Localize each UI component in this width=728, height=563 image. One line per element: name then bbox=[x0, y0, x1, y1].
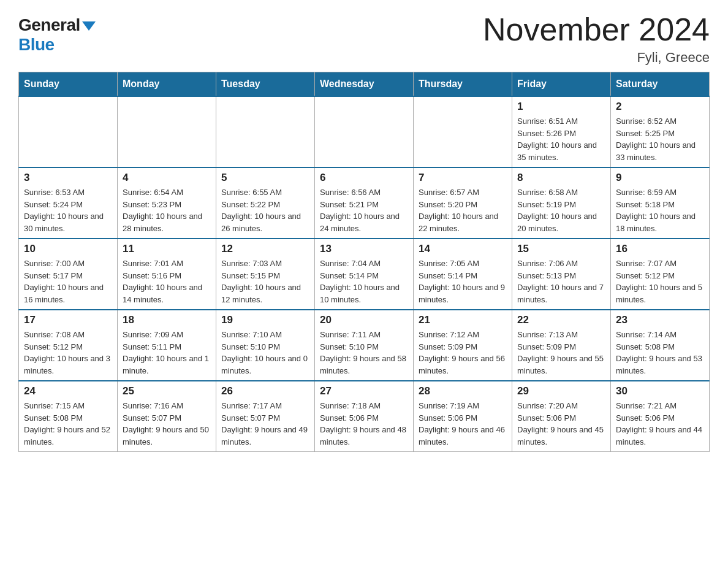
calendar-title-area: November 2024 Fyli, Greece bbox=[483, 12, 710, 66]
calendar-cell bbox=[118, 96, 216, 167]
day-number: 8 bbox=[517, 172, 605, 184]
day-number: 9 bbox=[616, 172, 704, 184]
day-number: 20 bbox=[320, 314, 408, 326]
day-info: Sunrise: 7:05 AM Sunset: 5:14 PM Dayligh… bbox=[419, 258, 507, 305]
calendar-table: SundayMondayTuesdayWednesdayThursdayFrid… bbox=[18, 72, 710, 452]
day-info: Sunrise: 6:58 AM Sunset: 5:19 PM Dayligh… bbox=[517, 186, 605, 234]
day-info: Sunrise: 6:53 AM Sunset: 5:24 PM Dayligh… bbox=[24, 186, 112, 234]
day-info: Sunrise: 6:56 AM Sunset: 5:21 PM Dayligh… bbox=[320, 186, 408, 234]
day-number: 7 bbox=[419, 172, 507, 184]
calendar-cell: 22Sunrise: 7:13 AM Sunset: 5:09 PM Dayli… bbox=[512, 310, 611, 381]
day-number: 6 bbox=[320, 172, 408, 184]
logo-general-text: General bbox=[18, 15, 80, 35]
calendar-cell bbox=[414, 96, 512, 167]
day-number: 26 bbox=[221, 385, 309, 397]
calendar-cell: 4Sunrise: 6:54 AM Sunset: 5:23 PM Daylig… bbox=[118, 167, 216, 239]
calendar-cell: 13Sunrise: 7:04 AM Sunset: 5:14 PM Dayli… bbox=[315, 239, 414, 310]
calendar-cell: 10Sunrise: 7:00 AM Sunset: 5:17 PM Dayli… bbox=[19, 239, 118, 310]
logo-blue-text: Blue bbox=[18, 35, 55, 54]
day-info: Sunrise: 7:16 AM Sunset: 5:07 PM Dayligh… bbox=[123, 400, 211, 448]
calendar-cell: 19Sunrise: 7:10 AM Sunset: 5:10 PM Dayli… bbox=[216, 310, 315, 381]
day-number: 22 bbox=[517, 314, 605, 326]
logo-arrow-icon bbox=[82, 21, 96, 31]
calendar-subtitle: Fyli, Greece bbox=[483, 50, 710, 66]
day-number: 13 bbox=[320, 243, 408, 255]
calendar-cell: 16Sunrise: 7:07 AM Sunset: 5:12 PM Dayli… bbox=[611, 239, 710, 310]
day-number: 27 bbox=[320, 385, 408, 397]
day-number: 19 bbox=[221, 314, 309, 326]
day-info: Sunrise: 7:21 AM Sunset: 5:06 PM Dayligh… bbox=[616, 400, 704, 448]
calendar-cell: 23Sunrise: 7:14 AM Sunset: 5:08 PM Dayli… bbox=[611, 310, 710, 381]
calendar-cell: 27Sunrise: 7:18 AM Sunset: 5:06 PM Dayli… bbox=[315, 381, 414, 452]
day-number: 1 bbox=[517, 101, 605, 113]
calendar-cell: 3Sunrise: 6:53 AM Sunset: 5:24 PM Daylig… bbox=[19, 167, 118, 239]
day-info: Sunrise: 7:08 AM Sunset: 5:12 PM Dayligh… bbox=[24, 329, 112, 377]
calendar-cell: 26Sunrise: 7:17 AM Sunset: 5:07 PM Dayli… bbox=[216, 381, 315, 452]
weekday-header-row: SundayMondayTuesdayWednesdayThursdayFrid… bbox=[19, 72, 710, 97]
day-number: 14 bbox=[419, 243, 507, 255]
day-info: Sunrise: 6:57 AM Sunset: 5:20 PM Dayligh… bbox=[419, 186, 507, 234]
weekday-header-friday: Friday bbox=[512, 72, 611, 97]
day-info: Sunrise: 7:06 AM Sunset: 5:13 PM Dayligh… bbox=[517, 258, 605, 305]
calendar-cell: 30Sunrise: 7:21 AM Sunset: 5:06 PM Dayli… bbox=[611, 381, 710, 452]
day-info: Sunrise: 7:03 AM Sunset: 5:15 PM Dayligh… bbox=[221, 258, 309, 305]
day-info: Sunrise: 7:19 AM Sunset: 5:06 PM Dayligh… bbox=[419, 400, 507, 448]
calendar-cell: 29Sunrise: 7:20 AM Sunset: 5:06 PM Dayli… bbox=[512, 381, 611, 452]
calendar-cell bbox=[315, 96, 414, 167]
day-info: Sunrise: 7:01 AM Sunset: 5:16 PM Dayligh… bbox=[123, 258, 211, 305]
calendar-cell: 24Sunrise: 7:15 AM Sunset: 5:08 PM Dayli… bbox=[19, 381, 118, 452]
day-number: 10 bbox=[24, 243, 112, 255]
day-number: 17 bbox=[24, 314, 112, 326]
day-number: 11 bbox=[123, 243, 211, 255]
logo: General Blue bbox=[18, 15, 96, 55]
calendar-cell: 8Sunrise: 6:58 AM Sunset: 5:19 PM Daylig… bbox=[512, 167, 611, 239]
day-info: Sunrise: 7:17 AM Sunset: 5:07 PM Dayligh… bbox=[221, 400, 309, 448]
calendar-cell bbox=[216, 96, 315, 167]
day-info: Sunrise: 7:13 AM Sunset: 5:09 PM Dayligh… bbox=[517, 329, 605, 377]
calendar-cell: 14Sunrise: 7:05 AM Sunset: 5:14 PM Dayli… bbox=[414, 239, 512, 310]
day-info: Sunrise: 7:07 AM Sunset: 5:12 PM Dayligh… bbox=[616, 258, 704, 305]
day-info: Sunrise: 7:11 AM Sunset: 5:10 PM Dayligh… bbox=[320, 329, 408, 377]
day-info: Sunrise: 6:59 AM Sunset: 5:18 PM Dayligh… bbox=[616, 186, 704, 234]
calendar-cell: 25Sunrise: 7:16 AM Sunset: 5:07 PM Dayli… bbox=[118, 381, 216, 452]
weekday-header-monday: Monday bbox=[118, 72, 216, 97]
day-number: 23 bbox=[616, 314, 704, 326]
day-info: Sunrise: 7:09 AM Sunset: 5:11 PM Dayligh… bbox=[123, 329, 211, 377]
calendar-week-row: 17Sunrise: 7:08 AM Sunset: 5:12 PM Dayli… bbox=[19, 310, 710, 381]
page-header: General Blue November 2024 Fyli, Greece bbox=[18, 12, 710, 66]
weekday-header-thursday: Thursday bbox=[414, 72, 512, 97]
day-info: Sunrise: 7:18 AM Sunset: 5:06 PM Dayligh… bbox=[320, 400, 408, 448]
calendar-cell: 7Sunrise: 6:57 AM Sunset: 5:20 PM Daylig… bbox=[414, 167, 512, 239]
weekday-header-wednesday: Wednesday bbox=[315, 72, 414, 97]
calendar-cell: 5Sunrise: 6:55 AM Sunset: 5:22 PM Daylig… bbox=[216, 167, 315, 239]
calendar-cell: 21Sunrise: 7:12 AM Sunset: 5:09 PM Dayli… bbox=[414, 310, 512, 381]
day-info: Sunrise: 7:10 AM Sunset: 5:10 PM Dayligh… bbox=[221, 329, 309, 377]
day-info: Sunrise: 6:51 AM Sunset: 5:26 PM Dayligh… bbox=[517, 115, 605, 163]
calendar-cell: 2Sunrise: 6:52 AM Sunset: 5:25 PM Daylig… bbox=[611, 96, 710, 167]
calendar-cell: 18Sunrise: 7:09 AM Sunset: 5:11 PM Dayli… bbox=[118, 310, 216, 381]
weekday-header-sunday: Sunday bbox=[19, 72, 118, 97]
calendar-cell: 6Sunrise: 6:56 AM Sunset: 5:21 PM Daylig… bbox=[315, 167, 414, 239]
day-number: 28 bbox=[419, 385, 507, 397]
day-info: Sunrise: 6:52 AM Sunset: 5:25 PM Dayligh… bbox=[616, 115, 704, 163]
day-info: Sunrise: 7:14 AM Sunset: 5:08 PM Dayligh… bbox=[616, 329, 704, 377]
calendar-cell: 20Sunrise: 7:11 AM Sunset: 5:10 PM Dayli… bbox=[315, 310, 414, 381]
calendar-cell: 9Sunrise: 6:59 AM Sunset: 5:18 PM Daylig… bbox=[611, 167, 710, 239]
day-info: Sunrise: 7:15 AM Sunset: 5:08 PM Dayligh… bbox=[24, 400, 112, 448]
day-number: 12 bbox=[221, 243, 309, 255]
day-number: 3 bbox=[24, 172, 112, 184]
calendar-cell: 28Sunrise: 7:19 AM Sunset: 5:06 PM Dayli… bbox=[414, 381, 512, 452]
calendar-cell: 11Sunrise: 7:01 AM Sunset: 5:16 PM Dayli… bbox=[118, 239, 216, 310]
calendar-cell: 1Sunrise: 6:51 AM Sunset: 5:26 PM Daylig… bbox=[512, 96, 611, 167]
day-number: 25 bbox=[123, 385, 211, 397]
day-number: 18 bbox=[123, 314, 211, 326]
day-number: 30 bbox=[616, 385, 704, 397]
weekday-header-tuesday: Tuesday bbox=[216, 72, 315, 97]
calendar-week-row: 10Sunrise: 7:00 AM Sunset: 5:17 PM Dayli… bbox=[19, 239, 710, 310]
day-number: 24 bbox=[24, 385, 112, 397]
weekday-header-saturday: Saturday bbox=[611, 72, 710, 97]
calendar-week-row: 3Sunrise: 6:53 AM Sunset: 5:24 PM Daylig… bbox=[19, 167, 710, 239]
day-info: Sunrise: 6:55 AM Sunset: 5:22 PM Dayligh… bbox=[221, 186, 309, 234]
day-number: 16 bbox=[616, 243, 704, 255]
day-number: 5 bbox=[221, 172, 309, 184]
